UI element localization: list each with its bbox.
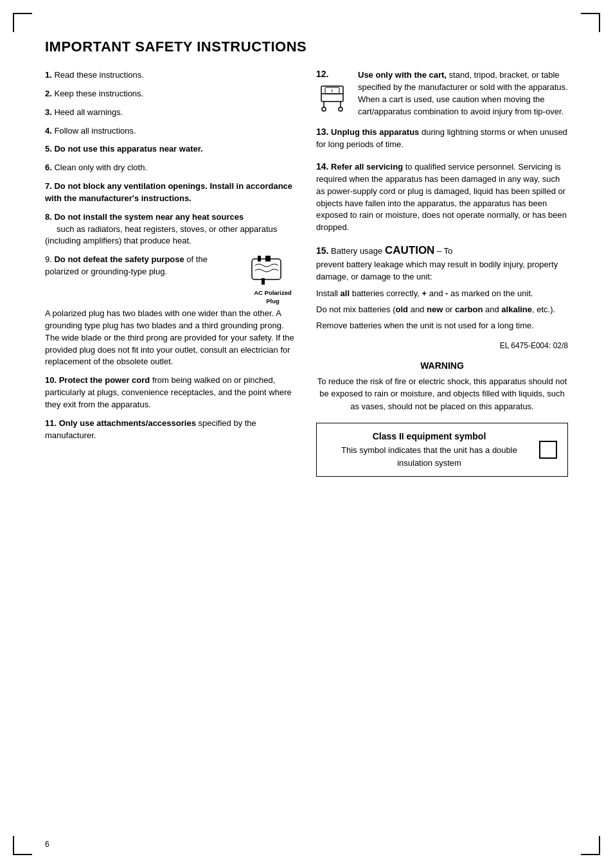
item-number: 3. [45, 107, 52, 117]
page-number: 6 [45, 840, 49, 849]
item-number: 15. [316, 245, 328, 256]
item-bold-text: Do not block any ventilation openings. I… [45, 181, 292, 203]
list-item: 7. Do not block any ventilation openings… [45, 181, 297, 205]
caution-word: CAUTION [385, 244, 434, 256]
list-item: 2. Keep these instructions. [45, 88, 297, 100]
item-number: 13. [316, 127, 328, 137]
class2-title: Class II equipment symbol [327, 430, 531, 444]
item-number: 2. [45, 89, 52, 98]
left-column: 1. Read these instructions. 2. Keep thes… [45, 69, 297, 477]
item-12-number: 12. [316, 69, 351, 78]
item-number: 5. [45, 144, 52, 154]
item-bold-text: Do not install the system near any heat … [54, 212, 244, 222]
list-item: 8. Do not install the system near any he… [45, 211, 297, 248]
warning-box: WARNING To reduce the risk of fire or el… [316, 359, 568, 413]
list-item-12: 12. [316, 69, 568, 118]
right-column: 12. [316, 69, 568, 477]
class2-symbol-icon [539, 441, 557, 459]
item-bold-text: Use only with the cart, [358, 70, 447, 80]
item-number: 6. [45, 163, 52, 172]
item-number: 1. [45, 70, 52, 80]
list-item: 5. Do not use this apparatus near water. [45, 143, 297, 155]
class2-box: Class II equipment symbol This symbol in… [316, 423, 568, 477]
list-item-9: 9. Do not defeat the safety purpose of t… [45, 254, 297, 368]
cart-icon: ! [316, 81, 351, 113]
bold-text: carbon [455, 305, 483, 314]
ac-plug-icon [249, 254, 297, 287]
item-number: 7. [45, 181, 52, 191]
bold-text: old [396, 305, 409, 314]
class2-text: Class II equipment symbol This symbol in… [327, 430, 531, 470]
bold-text: new [427, 305, 443, 314]
item-number: 9. [45, 254, 52, 264]
item-bold-text: Refer all servicing [331, 162, 403, 172]
list-item-15: 15. Battery usage CAUTION – To prevent b… [316, 243, 568, 332]
corner-mark-br [581, 836, 600, 855]
ac-plug-diagram: AC Polarized Plug [249, 254, 297, 305]
bold-text: alkaline [501, 305, 532, 314]
svg-rect-1 [258, 256, 261, 261]
item-text: Heed all warnings. [54, 107, 123, 117]
corner-mark-tr [581, 13, 600, 32]
class2-description: This symbol indicates that the unit has … [327, 444, 531, 470]
item-bold-text: Do not defeat the safety purpose [54, 254, 184, 264]
item-9-text: 9. Do not defeat the safety purpose of t… [45, 254, 242, 278]
item-12-text: Use only with the cart, stand, tripod, b… [358, 69, 568, 118]
item-bold-text: Protect the power cord [59, 375, 150, 385]
item-number: 10. [45, 375, 57, 385]
warning-title: WARNING [316, 359, 568, 373]
page-title: IMPORTANT SAFETY INSTRUCTIONS [45, 39, 568, 55]
cart-icon-wrap: 12. [316, 69, 351, 115]
battery-sub-item: Remove batteries when the unit is not us… [316, 320, 568, 332]
item-sub-text: such as radiators, heat registers, stove… [45, 224, 277, 246]
svg-rect-3 [262, 278, 265, 285]
item-text: Follow all instructions. [54, 126, 136, 136]
item-prefix: Battery usage [331, 246, 382, 256]
item-number: 4. [45, 126, 52, 136]
battery-sub-item: Do not mix batteries (old and new or car… [316, 304, 568, 316]
list-item-14: 14. Refer all servicing to qualified ser… [316, 160, 568, 234]
item-rest: to qualified service personnel. Servicin… [316, 162, 567, 232]
page: IMPORTANT SAFETY INSTRUCTIONS 1. Read th… [0, 0, 613, 868]
item-number: 14. [316, 161, 328, 172]
battery-sub-items: Install all batteries correctly, + and -… [316, 288, 568, 332]
svg-rect-0 [252, 259, 281, 279]
ac-plug-label: AC Polarized Plug [249, 289, 297, 305]
item-9-body: A polarized plug has two blades with one… [45, 308, 297, 368]
corner-mark-bl [13, 836, 32, 855]
item-bold-text: Only use attachments/accessories [59, 418, 196, 428]
list-item: 11. Only use attachments/accessories spe… [45, 418, 297, 442]
bold-text: all [341, 288, 350, 298]
list-item-13: 13. Unplug this apparatus during lightni… [316, 125, 568, 151]
battery-sub-item: Install all batteries correctly, + and -… [316, 288, 568, 300]
item-number: 11. [45, 418, 57, 428]
item-rest: prevent battery leakage which may result… [316, 260, 558, 281]
caution-dash: – To [434, 246, 452, 256]
list-item: 4. Follow all instructions. [45, 125, 297, 137]
svg-rect-2 [265, 256, 271, 261]
bold-text: + [422, 288, 427, 298]
svg-text:!: ! [332, 89, 333, 93]
item-bold-text: Unplug this apparatus [331, 127, 419, 137]
list-item: 1. Read these instructions. [45, 69, 297, 82]
corner-mark-tl [13, 13, 32, 32]
item-text: Clean only with dry cloth. [54, 163, 147, 172]
item-bold-text: Do not use this apparatus near water. [54, 144, 202, 154]
list-item: 10. Protect the power cord from being wa… [45, 375, 297, 411]
el-code: EL 6475-E004: 02/8 [316, 341, 568, 350]
item-text: Read these instructions. [54, 70, 143, 80]
warning-text: To reduce the risk of fire or electric s… [317, 376, 567, 411]
item-text: Keep these instructions. [54, 89, 143, 98]
bold-text: - [445, 288, 448, 298]
item-number: 8. [45, 212, 52, 222]
list-item: 3. Heed all warnings. [45, 107, 297, 119]
list-item: 6. Clean only with dry cloth. [45, 162, 297, 174]
